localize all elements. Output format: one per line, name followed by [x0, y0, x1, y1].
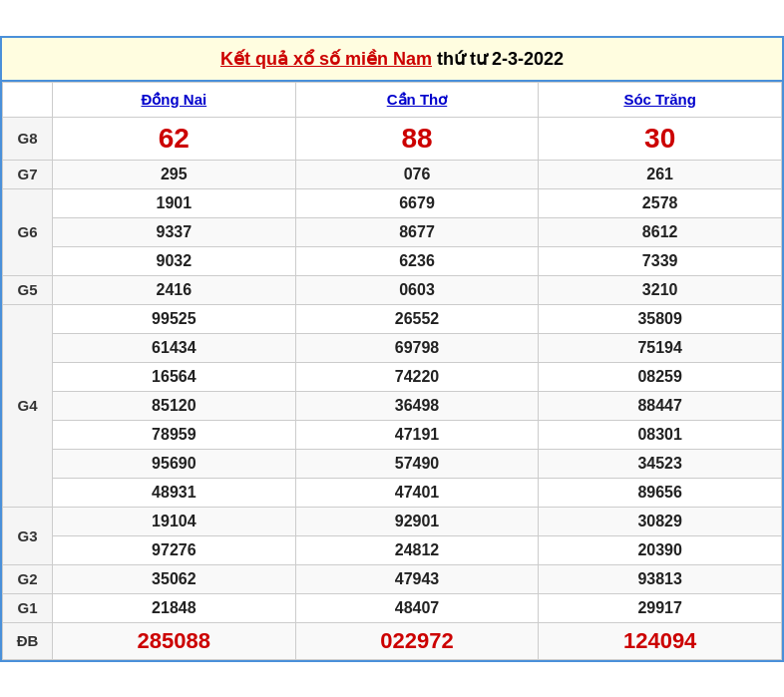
cell-value: 89656	[539, 478, 782, 507]
cell-value: 34523	[539, 449, 782, 478]
cell-value: 9032	[53, 246, 296, 275]
cell-value: 92901	[295, 507, 539, 535]
table-row: 956905749034523	[3, 449, 782, 478]
cell-value: 47401	[295, 478, 539, 507]
table-row: 165647422008259	[3, 362, 782, 391]
title-rest: thứ tư 2-3-2022	[432, 49, 564, 69]
table-row: 489314740189656	[3, 478, 782, 507]
cell-value: 076	[295, 160, 539, 188]
cell-value: 124094	[539, 622, 782, 659]
table-row: G3191049290130829	[3, 507, 782, 535]
cell-value: 93813	[539, 564, 782, 593]
cell-value: 6236	[295, 246, 539, 275]
cell-value: 36498	[295, 391, 539, 420]
table-row: G4995252655235809	[3, 304, 782, 333]
cell-value: 61434	[53, 333, 296, 362]
row-label: G4	[3, 304, 53, 507]
cell-value: 21848	[53, 593, 296, 622]
row-label: G8	[3, 117, 53, 160]
cell-value: 85120	[53, 391, 296, 420]
cell-value: 08259	[539, 362, 782, 391]
main-container: Kết quả xổ số miền Nam thứ tư 2-3-2022 Đ…	[0, 36, 784, 662]
cell-value: 78959	[53, 420, 296, 449]
cell-value: 08301	[539, 420, 782, 449]
cell-value: 75194	[539, 333, 782, 362]
row-label: G6	[3, 188, 53, 275]
table-row: G2350624794393813	[3, 564, 782, 593]
results-table: Đồng Nai Cần Thơ Sóc Trăng G8628830G7295…	[2, 82, 782, 660]
cell-value: 022972	[295, 622, 539, 659]
row-label: G1	[3, 593, 53, 622]
col-sooctrang-header: Sóc Trăng	[539, 82, 782, 117]
cell-value: 29917	[539, 593, 782, 622]
col-label-header	[3, 82, 53, 117]
cell-value: 26552	[295, 304, 539, 333]
cell-value: 9337	[53, 217, 296, 246]
table-row: 903262367339	[3, 246, 782, 275]
cell-value: 62	[53, 117, 296, 160]
cell-value: 1901	[53, 188, 296, 217]
cell-value: 6679	[295, 188, 539, 217]
table-row: 851203649888447	[3, 391, 782, 420]
title-highlight: Kết quả xổ số miền Nam	[220, 49, 432, 69]
cell-value: 35062	[53, 564, 296, 593]
cell-value: 24812	[295, 535, 539, 564]
cell-value: 285088	[53, 622, 296, 659]
cell-value: 74220	[295, 362, 539, 391]
cell-value: 7339	[539, 246, 782, 275]
cell-value: 30	[539, 117, 782, 160]
cell-value: 47191	[295, 420, 539, 449]
cell-value: 19104	[53, 507, 296, 535]
cell-value: 295	[53, 160, 296, 188]
cell-value: 20390	[539, 535, 782, 564]
cell-value: 8677	[295, 217, 539, 246]
cell-value: 99525	[53, 304, 296, 333]
table-row: 933786778612	[3, 217, 782, 246]
cell-value: 261	[539, 160, 782, 188]
cell-value: 0603	[295, 275, 539, 304]
cell-value: 69798	[295, 333, 539, 362]
cell-value: 8612	[539, 217, 782, 246]
row-label: G3	[3, 507, 53, 564]
cell-value: 2578	[539, 188, 782, 217]
row-label: G2	[3, 564, 53, 593]
row-label: G7	[3, 160, 53, 188]
cell-value: 48407	[295, 593, 539, 622]
table-row: 789594719108301	[3, 420, 782, 449]
row-label: G5	[3, 275, 53, 304]
cell-value: 2416	[53, 275, 296, 304]
cell-value: 30829	[539, 507, 782, 535]
cell-value: 16564	[53, 362, 296, 391]
cell-value: 47943	[295, 564, 539, 593]
cell-value: 35809	[539, 304, 782, 333]
table-row: ĐB285088022972124094	[3, 622, 782, 659]
table-row: 972762481220390	[3, 535, 782, 564]
table-row: G1218484840729917	[3, 593, 782, 622]
col-dongnai-header: Đồng Nai	[53, 82, 296, 117]
cell-value: 97276	[53, 535, 296, 564]
cell-value: 88447	[539, 391, 782, 420]
cell-value: 3210	[539, 275, 782, 304]
table-row: G8628830	[3, 117, 782, 160]
cell-value: 57490	[295, 449, 539, 478]
page-header: Kết quả xổ số miền Nam thứ tư 2-3-2022	[2, 38, 782, 82]
table-row: G7295076261	[3, 160, 782, 188]
table-row: G6190166792578	[3, 188, 782, 217]
col-cantho-header: Cần Thơ	[295, 82, 539, 117]
table-row: G5241606033210	[3, 275, 782, 304]
table-row: 614346979875194	[3, 333, 782, 362]
cell-value: 95690	[53, 449, 296, 478]
cell-value: 88	[295, 117, 539, 160]
row-label: ĐB	[3, 622, 53, 659]
cell-value: 48931	[53, 478, 296, 507]
